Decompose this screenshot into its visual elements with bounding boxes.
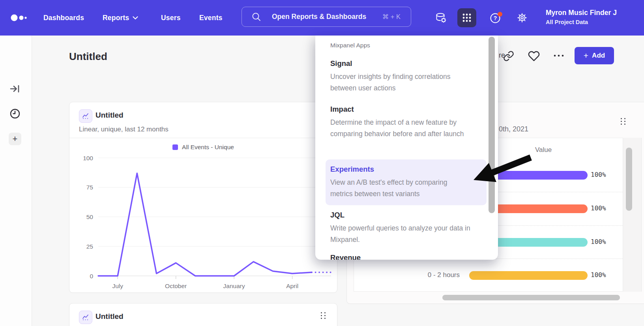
search-shortcut: ⌘ + K	[382, 13, 401, 21]
menu-item-revenue[interactable]: Revenue	[330, 253, 361, 260]
help-icon[interactable]: ?	[489, 11, 505, 25]
expand-sidebar-icon[interactable]	[9, 82, 21, 95]
card-title[interactable]: Untitled	[95, 312, 124, 321]
svg-text:April: April	[286, 283, 298, 289]
drag-handle-icon[interactable]	[321, 312, 326, 319]
menu-header: Mixpanel Apps	[330, 42, 370, 49]
svg-text:0: 0	[90, 273, 93, 279]
mixpanel-apps-menu: Mixpanel Apps Signal Uncover insights by…	[315, 36, 498, 260]
card-date-clipped: 0th, 2021	[499, 125, 528, 133]
notification-dot	[498, 12, 502, 17]
recent-history-icon[interactable]	[9, 107, 21, 120]
apps-grid-icon	[462, 13, 472, 23]
svg-text:?: ?	[494, 15, 497, 21]
menu-scrollbar[interactable]	[489, 37, 495, 213]
svg-text:October: October	[165, 283, 187, 289]
favorite-heart-icon[interactable]	[528, 50, 540, 62]
user-project-name[interactable]: Myron Music Finder J	[546, 9, 644, 17]
line-chart-type-icon	[79, 311, 92, 324]
apps-grid-button[interactable]	[457, 8, 476, 27]
mixpanel-logo[interactable]	[9, 12, 30, 23]
data-management-icon[interactable]	[434, 11, 447, 24]
table-scroll-gutter	[623, 138, 642, 292]
menu-item-jql-desc: Write powerful queries to analyze your d…	[330, 223, 471, 245]
navbar: Dashboards Reports Users Events Open Rep…	[0, 0, 644, 36]
mixpanel-app: Dashboards Reports Users Events Open Rep…	[0, 0, 644, 326]
search-icon	[251, 12, 262, 22]
link-icon[interactable]	[503, 51, 514, 62]
horizontal-scrollbar[interactable]	[442, 295, 620, 300]
nav-users[interactable]: Users	[161, 0, 181, 36]
add-new-icon[interactable]: +	[9, 133, 21, 145]
user-project-scope: All Project Data	[546, 19, 588, 25]
value-bar	[469, 271, 588, 280]
svg-text:100: 100	[83, 155, 93, 161]
table-row: 0 - 2 hours 100%	[354, 259, 623, 292]
more-options-icon[interactable]	[553, 54, 565, 58]
search-placeholder: Open Reports & Dashboards	[272, 13, 366, 21]
drag-handle-icon[interactable]	[621, 118, 626, 125]
nav-events[interactable]: Events	[199, 0, 223, 36]
menu-item-experiments-desc: View an A/B test's effect by comparing m…	[330, 177, 471, 200]
value-column-header: Value	[516, 146, 571, 154]
svg-text:75: 75	[86, 184, 93, 191]
vertical-scrollbar[interactable]	[626, 148, 632, 211]
chevron-down-icon	[133, 16, 138, 20]
plus-icon: +	[584, 51, 588, 60]
nav-dashboards[interactable]: Dashboards	[43, 0, 84, 36]
page-title: Untitled	[69, 51, 107, 63]
add-button[interactable]: + Add	[575, 47, 614, 64]
svg-text:50: 50	[86, 214, 94, 220]
svg-text:July: July	[112, 283, 123, 289]
menu-item-impact-desc: Determine the impact of a new feature by…	[330, 117, 471, 140]
svg-text:January: January	[223, 283, 245, 289]
menu-item-signal[interactable]: Signal	[330, 59, 352, 68]
menu-item-signal-desc: Uncover insights by finding correlations…	[330, 71, 471, 94]
menu-item-experiments[interactable]: Experiments	[330, 165, 374, 174]
bottom-chart-card: Untitled	[69, 303, 337, 326]
menu-item-jql[interactable]: JQL	[330, 211, 344, 219]
menu-item-impact[interactable]: Impact	[330, 105, 354, 114]
settings-gear-icon[interactable]	[516, 12, 528, 24]
nav-reports[interactable]: Reports	[103, 0, 138, 36]
line-chart-svg: 0255075100JulyOctoberJanuaryApril	[69, 102, 337, 292]
left-sidebar: +	[0, 36, 32, 326]
line-chart-card: Untitled Linear, unique, last 12 months …	[69, 102, 337, 293]
svg-text:25: 25	[86, 243, 93, 250]
global-search-input[interactable]: Open Reports & Dashboards ⌘ + K	[242, 7, 411, 27]
